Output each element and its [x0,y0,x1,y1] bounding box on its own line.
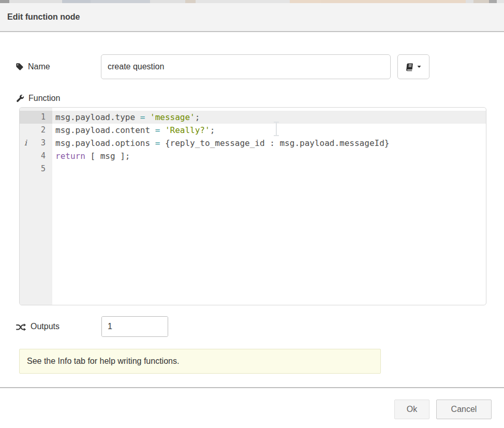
code-text [52,163,486,175]
name-label-group: Name [16,54,50,79]
text-cursor-ibeam [272,121,280,139]
info-tip-text: See the Info tab for help writing functi… [27,357,179,366]
name-input[interactable] [101,54,391,79]
outputs-spinner [101,316,168,337]
line-number: 1 [20,111,52,124]
function-code-editor[interactable]: 1msg.payload.type = 'message';2msg.paylo… [19,107,486,305]
code-line[interactable]: 2msg.payload.content = 'Really?'; [20,124,486,137]
code-line[interactable]: 4return [ msg ]; [20,150,486,163]
code-text: msg.payload.type = 'message'; [52,111,486,124]
code-text: msg.payload.content = 'Really?'; [52,124,486,137]
code-line[interactable]: i3msg.payload.options = {reply_to_messag… [20,137,486,150]
info-tip-box: See the Info tab for help writing functi… [19,349,381,374]
tag-icon [16,63,24,71]
name-label: Name [28,62,50,71]
wrench-icon [16,94,24,103]
outputs-label: Outputs [31,322,60,331]
book-icon [405,63,414,71]
dialog-footer: Ok Cancel [0,388,504,428]
code-text: return [ msg ]; [52,150,486,163]
shuffle-icon [16,322,26,331]
cancel-button[interactable]: Cancel [436,400,492,419]
info-annotation-icon: i [24,137,27,150]
line-number: 4 [20,150,52,163]
dialog-title: Edit function node [7,12,80,22]
editor-code-rows: 1msg.payload.type = 'message';2msg.paylo… [20,108,486,175]
code-text: msg.payload.options = {reply_to_message_… [52,137,486,150]
code-line[interactable]: 5 [20,163,486,175]
code-line[interactable]: 1msg.payload.type = 'message'; [20,111,486,124]
edit-function-dialog: Edit function node Name Function [0,0,504,428]
line-number: 5 [20,163,52,175]
outputs-input[interactable] [102,317,168,336]
chevron-down-icon [416,64,422,70]
line-number: 2 [20,124,52,137]
line-number: i3 [20,137,52,150]
function-label-group: Function [16,92,60,105]
ok-button[interactable]: Ok [394,400,429,419]
library-dropdown-button[interactable] [397,54,429,79]
dialog-header: Edit function node [0,3,504,32]
function-label: Function [28,94,60,103]
outputs-label-group: Outputs [16,316,60,337]
